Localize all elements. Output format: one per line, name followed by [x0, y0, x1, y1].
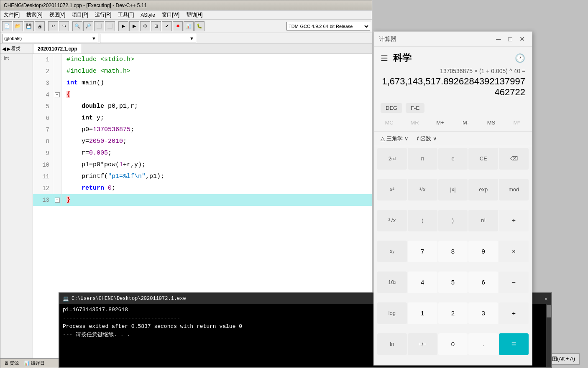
menu-search[interactable]: 搜索[S] — [25, 10, 44, 19]
calc-btn-2nd[interactable]: 2nd — [377, 148, 407, 170]
calc-btn-7[interactable]: 7 — [408, 241, 437, 262]
calc-mc-btn[interactable]: MC — [377, 116, 401, 129]
scope-dropdown[interactable]: (globals) ▼ — [2, 34, 98, 43]
calc-btn-4[interactable]: 4 — [408, 272, 437, 293]
calc-btn-add[interactable]: + — [499, 302, 529, 324]
calc-btn-0[interactable]: 0 — [438, 333, 468, 355]
calc-btn-e[interactable]: e — [438, 148, 468, 170]
menu-view[interactable]: 视图[V] — [48, 10, 67, 19]
calc-btn-10x[interactable]: 10x — [377, 272, 407, 293]
calc-btn-absx[interactable]: |x| — [438, 179, 468, 200]
calc-maximize-btn[interactable]: □ — [505, 34, 515, 44]
calc-mr-btn[interactable]: MR — [403, 116, 427, 129]
code-line-11: 11 printf("p1=%lf\n",p1); — [33, 171, 372, 183]
toolbar-unindent[interactable]: ⬜ — [105, 21, 115, 31]
terminal-icon: 💻 — [63, 296, 69, 302]
menu-project[interactable]: 项目[P] — [70, 10, 90, 19]
toolbar-check[interactable]: ✔ — [162, 21, 172, 31]
ide-tab-bar: 202011072.1.cpp — [33, 44, 372, 54]
calc-btn-exp[interactable]: exp — [468, 179, 498, 200]
sidebar-nav-right[interactable]: ▶ — [7, 46, 10, 52]
calc-btn-subtract[interactable]: − — [499, 272, 529, 293]
toolbar-build-all[interactable]: ⚙ — [140, 21, 150, 31]
calc-close-btn[interactable]: ✕ — [517, 34, 527, 44]
calc-btn-8[interactable]: 8 — [438, 241, 468, 262]
toolbar-run[interactable]: ▶ — [129, 21, 139, 31]
calc-btn-pi[interactable]: π — [408, 148, 437, 170]
compiler-select[interactable]: TDM-GCC 4.9.2 64-bit Release — [286, 22, 370, 31]
calc-btn-sqrt[interactable]: ²√x — [377, 210, 407, 231]
menu-window[interactable]: 窗口[W] — [160, 10, 181, 19]
calc-hamburger-icon[interactable]: ☰ — [381, 53, 388, 63]
menu-tools[interactable]: 工具[T] — [116, 10, 135, 19]
calc-btn-equals[interactable]: = — [499, 333, 529, 355]
ide-dropdowns: (globals) ▼ ▼ — [0, 33, 372, 44]
calc-history-icon[interactable]: 🕐 — [515, 53, 525, 63]
calc-btn-2[interactable]: 2 — [438, 302, 468, 324]
tab-cpp[interactable]: 202011072.1.cpp — [33, 44, 82, 53]
menu-help[interactable]: 帮助[H] — [184, 10, 204, 19]
fold-btn-13[interactable]: − — [55, 198, 60, 203]
calc-btn-factorial[interactable]: n! — [468, 210, 498, 231]
terminal-close-btn[interactable]: ✕ — [545, 295, 548, 302]
fold-btn-4[interactable]: − — [55, 92, 60, 97]
sidebar-nav-left[interactable]: ◀ — [2, 46, 6, 52]
calc-btn-ce[interactable]: CE — [468, 148, 498, 170]
calc-minimize-btn[interactable]: ─ — [493, 34, 504, 44]
ide-title: CHENG\Desktop\202011072.1.cpp - [Executi… — [4, 3, 147, 8]
calc-btn-5[interactable]: 5 — [438, 272, 468, 293]
toolbar-stop[interactable]: ✖ — [173, 21, 183, 31]
code-line-13: 13 − } — [33, 194, 372, 206]
calc-btn-6[interactable]: 6 — [468, 272, 498, 293]
toolbar-debug[interactable]: 🐛 — [194, 21, 205, 31]
symbol-dropdown[interactable]: ▼ — [100, 34, 196, 43]
terminal-scroll-thumb — [547, 305, 551, 317]
calc-btn-multiply[interactable]: × — [499, 241, 529, 262]
terminal-scrollbar — [546, 304, 551, 367]
toolbar-save[interactable]: 💾 — [24, 21, 34, 31]
toolbar-open[interactable]: 📂 — [13, 21, 23, 31]
code-line-9: 9 r=0.005; — [33, 147, 372, 159]
calc-btn-x2[interactable]: x² — [377, 179, 407, 200]
toolbar-replace[interactable]: 🔎 — [83, 21, 93, 31]
calc-btn-1[interactable]: 1 — [408, 302, 437, 324]
toolbar-indent[interactable]: ⬜ — [94, 21, 104, 31]
toolbar-chart[interactable]: 📊 — [184, 21, 194, 31]
calc-btn-log[interactable]: log — [377, 302, 407, 324]
calc-btn-3[interactable]: 3 — [468, 302, 498, 324]
toolbar-grid[interactable]: ⊞ — [151, 21, 161, 31]
menu-run[interactable]: 运行[R] — [93, 10, 113, 19]
calc-memory-row: MC MR M+ M- MS M* — [374, 114, 532, 132]
calc-btn-close-paren[interactable]: ) — [438, 210, 468, 231]
calc-btn-open-paren[interactable]: ( — [408, 210, 437, 231]
toolbar-compile[interactable]: ▶ — [118, 21, 128, 31]
calc-header: ☰ 科学 🕐 — [374, 47, 532, 66]
calc-btn-backspace[interactable]: ⌫ — [499, 148, 529, 170]
calc-mplus-btn[interactable]: M+ — [428, 116, 452, 129]
toolbar-redo[interactable]: ↪ — [59, 21, 69, 31]
calc-mminus-btn[interactable]: M- — [454, 116, 478, 129]
calc-fe-btn[interactable]: F-E — [406, 103, 424, 113]
calc-ms-btn[interactable]: MS — [479, 116, 503, 129]
calc-deg-btn[interactable]: DEG — [381, 103, 402, 113]
calc-trig-item[interactable]: △ 三角学 ∨ — [377, 133, 412, 144]
sidebar-int-item: : int — [0, 54, 33, 62]
calc-btn-plusminus[interactable]: +/− — [408, 333, 437, 355]
calc-btn-decimal[interactable]: . — [468, 333, 498, 355]
menu-astyle[interactable]: AStyle — [139, 11, 157, 19]
calc-btn-1x[interactable]: ¹/x — [408, 179, 437, 200]
calc-btn-xy[interactable]: xy — [377, 241, 407, 262]
calc-btn-9[interactable]: 9 — [468, 241, 498, 262]
calc-mstar-btn[interactable]: M* — [505, 116, 529, 129]
toolbar-print[interactable]: 🖨 — [35, 21, 45, 31]
toolbar-search[interactable]: 🔍 — [72, 21, 82, 31]
menu-file[interactable]: 文件[F] — [2, 10, 21, 19]
toolbar-undo[interactable]: ↩ — [48, 21, 58, 31]
toolbar-new[interactable]: 📄 — [2, 21, 12, 31]
calc-btn-ln[interactable]: ln — [377, 333, 407, 355]
calc-btn-mod[interactable]: mod — [499, 179, 529, 200]
calc-func-item[interactable]: f 函数 ∨ — [414, 133, 440, 144]
calc-display: 1370536875 × (1 + 0.005) ^ 40 = 1,673,14… — [374, 66, 532, 102]
calc-btn-divide[interactable]: ÷ — [499, 210, 529, 231]
code-line-3: 3 int main() — [33, 77, 372, 89]
